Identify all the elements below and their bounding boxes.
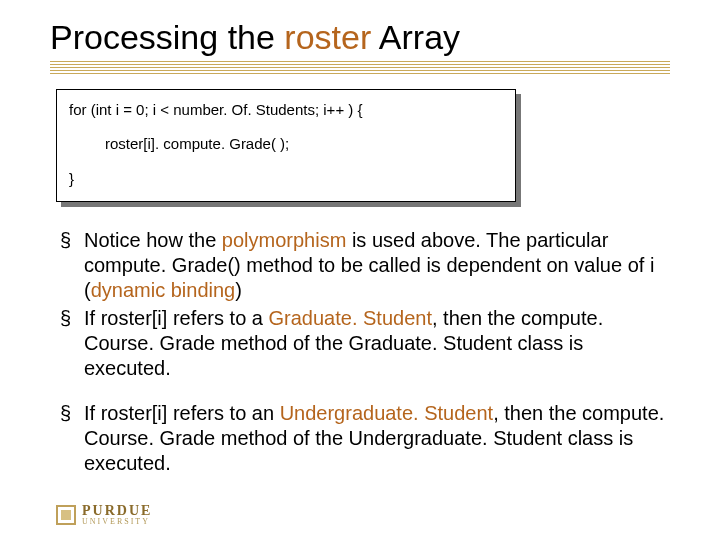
code-box: for (int i = 0; i < number. Of. Students… xyxy=(56,89,516,202)
purdue-logo: PURDUE UNIVERSITY xyxy=(56,504,152,526)
bullet-text: If roster[i] refers to an xyxy=(84,402,280,424)
title-post: Array xyxy=(371,18,460,56)
logo-text: PURDUE UNIVERSITY xyxy=(82,504,152,526)
logo-main: PURDUE xyxy=(82,504,152,518)
keyword: Graduate. Student xyxy=(269,307,432,329)
code-line-1: for (int i = 0; i < number. Of. Students… xyxy=(69,101,362,118)
keyword: dynamic binding xyxy=(91,279,236,301)
keyword: polymorphism xyxy=(222,229,346,251)
slide: Processing the roster Array for (int i =… xyxy=(0,0,720,476)
bullet-item: If roster[i] refers to a Graduate. Stude… xyxy=(54,306,666,381)
slide-title: Processing the roster Array xyxy=(50,18,670,57)
keyword: Undergraduate. Student xyxy=(280,402,494,424)
divider-band xyxy=(50,61,670,75)
bullet-item: Notice how the polymorphism is used abov… xyxy=(54,228,666,303)
bullet-text: ) xyxy=(235,279,242,301)
bullet-list: Notice how the polymorphism is used abov… xyxy=(54,228,666,476)
title-pre: Processing the xyxy=(50,18,284,56)
code-line-3: } xyxy=(69,170,74,187)
logo-seal-icon xyxy=(56,505,76,525)
code-box-inner: for (int i = 0; i < number. Of. Students… xyxy=(56,89,516,202)
bullet-text: If roster[i] refers to a xyxy=(84,307,269,329)
logo-sub: UNIVERSITY xyxy=(82,518,152,526)
bullet-item: If roster[i] refers to an Undergraduate.… xyxy=(54,401,666,476)
bullet-text: Notice how the xyxy=(84,229,222,251)
title-accent: roster xyxy=(284,18,371,56)
code-line-2: roster[i]. compute. Grade( ); xyxy=(105,134,503,154)
